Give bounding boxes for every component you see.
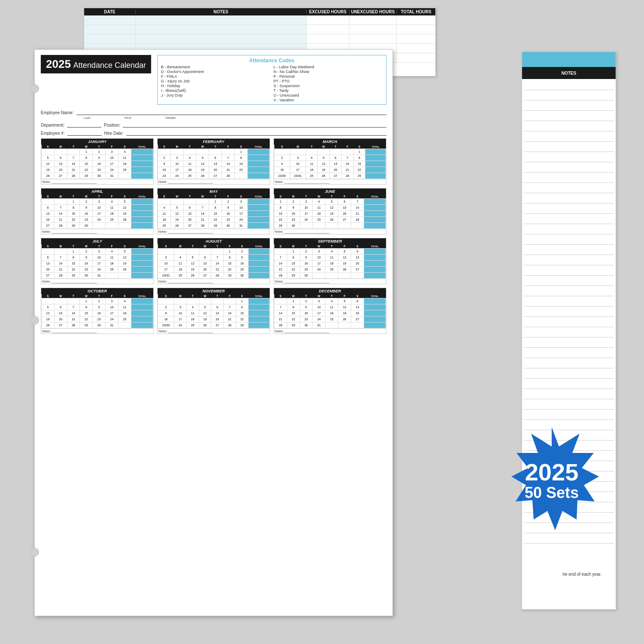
- day-cell: 18: [183, 167, 196, 173]
- day-cell: [183, 149, 196, 155]
- month-notes-11: Notes: ___________________________: [274, 328, 386, 334]
- day-cell: 4: [313, 199, 325, 205]
- month-june: JUNESMTWTFSTOTAL123456789101112131415161…: [273, 188, 386, 234]
- codes-item: L - Labor Day Weekend: [273, 65, 383, 69]
- day-cell: 1: [236, 298, 248, 304]
- col-header-t: T: [93, 194, 106, 199]
- day-cell: 27: [351, 267, 364, 273]
- day-cell: 20: [338, 211, 351, 217]
- day-cell: 21: [274, 267, 287, 273]
- day-cell: 28: [54, 223, 67, 229]
- day-cell: 12: [170, 211, 183, 217]
- total-cell: [364, 255, 386, 261]
- col-header-s: S: [158, 244, 174, 249]
- day-cell: 18: [313, 211, 325, 217]
- day-cell: 30: [93, 173, 106, 179]
- day-cell: 25: [118, 316, 131, 322]
- day-cell: 8: [287, 255, 300, 261]
- col-header-s: S: [274, 294, 287, 298]
- day-cell: 29: [80, 173, 93, 179]
- day-cell: 15: [287, 261, 300, 267]
- day-cell: [196, 149, 209, 155]
- day-cell: [42, 298, 55, 304]
- day-cell: 27: [183, 223, 196, 229]
- day-cell: [54, 249, 67, 255]
- col-header-t: T: [67, 145, 80, 149]
- col-header-s: S: [234, 145, 247, 149]
- day-cell: 29: [236, 322, 248, 328]
- day-cell: [54, 298, 67, 304]
- day-cell: 23/30: [274, 173, 290, 179]
- month-grid-4: SMTWTFSTOTAL1234567891011121314151617181…: [158, 194, 270, 229]
- total-cell: [247, 173, 269, 179]
- col-header-total: TOTAL: [364, 244, 386, 249]
- day-cell: 8: [80, 155, 93, 161]
- day-cell: 3: [174, 304, 187, 310]
- day-cell: 24: [313, 267, 325, 273]
- day-cell: 23: [80, 217, 93, 223]
- day-cell: 13: [209, 161, 222, 167]
- day-cell: 10: [300, 205, 313, 211]
- title-box: 2025 Attendance Calendar: [41, 55, 151, 73]
- total-cell: [248, 322, 269, 328]
- month-january: JANUARYSMTWTFSTOTAL123456789101112131415…: [41, 138, 154, 185]
- day-cell: 18: [325, 310, 338, 316]
- day-cell: 10: [93, 205, 106, 211]
- day-cell: [199, 249, 211, 255]
- day-cell: 29: [287, 273, 300, 279]
- day-cell: [274, 249, 287, 255]
- day-cell: 18: [118, 161, 131, 167]
- day-cell: 23: [236, 267, 248, 273]
- total-cell: [247, 155, 269, 161]
- day-cell: 13: [42, 211, 55, 217]
- day-cell: 25: [306, 173, 318, 179]
- day-cell: 15: [224, 261, 236, 267]
- day-cell: 10: [93, 255, 106, 261]
- day-cell: 13: [330, 161, 342, 167]
- total-cell: [247, 149, 269, 155]
- day-cell: [183, 199, 196, 205]
- col-header-m: M: [287, 244, 300, 249]
- day-cell: 23: [287, 217, 300, 223]
- col-header-total: TOTAL: [131, 194, 153, 199]
- day-cell: 8: [274, 205, 287, 211]
- day-cell: 21: [222, 167, 235, 173]
- day-cell: 14: [196, 211, 209, 217]
- badge-year: 2025: [525, 460, 579, 484]
- total-cell: [364, 298, 386, 304]
- total-cell: [131, 310, 153, 316]
- col-header-s: S: [353, 145, 365, 149]
- day-cell: [186, 298, 199, 304]
- day-cell: 16: [300, 310, 313, 316]
- day-cell: 7: [274, 304, 287, 310]
- day-cell: 21: [67, 167, 80, 173]
- total-cell: [131, 261, 153, 267]
- day-cell: 27: [211, 322, 224, 328]
- col-header-w: W: [196, 194, 209, 199]
- day-cell: 5: [42, 304, 55, 310]
- total-cell: [247, 211, 269, 217]
- day-cell: 17: [290, 167, 306, 173]
- binder-hole-top: [30, 84, 39, 93]
- day-cell: 22: [224, 267, 236, 273]
- day-cell: 3: [158, 255, 174, 261]
- col-header-total: TOTAL: [248, 294, 269, 298]
- day-cell: 11: [313, 205, 325, 211]
- codes-item: B - Bereavement: [161, 65, 270, 69]
- col-header-t: T: [211, 294, 224, 298]
- day-cell: 19: [338, 310, 351, 316]
- col-header-f: F: [106, 194, 118, 199]
- month-notes-5: Notes: ___________________________: [274, 229, 386, 234]
- codes-item: D - Doctor's Appointment: [161, 70, 270, 74]
- day-cell: [300, 223, 313, 229]
- total-cell: [131, 173, 153, 179]
- day-cell: 11: [325, 304, 338, 310]
- day-cell: 5: [318, 155, 330, 161]
- total-cell: [247, 167, 269, 173]
- col-header-t: T: [330, 145, 342, 149]
- day-cell: [174, 298, 187, 304]
- day-cell: 12: [118, 255, 131, 261]
- day-cell: [158, 298, 174, 304]
- day-cell: 14: [54, 211, 67, 217]
- day-cell: 9: [158, 161, 171, 167]
